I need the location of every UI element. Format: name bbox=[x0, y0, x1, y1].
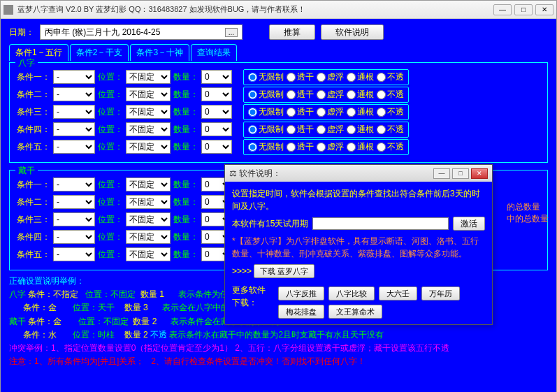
tab-result[interactable]: 查询结果 bbox=[191, 44, 237, 61]
cond-select[interactable]: - bbox=[53, 105, 95, 119]
app-icon bbox=[3, 5, 13, 15]
pos-select[interactable]: 不固定 bbox=[126, 105, 171, 119]
pos-select[interactable]: 不固定 bbox=[126, 247, 171, 261]
cond-select[interactable]: - bbox=[53, 87, 95, 101]
radio-group: 无限制 透干 虚浮 通根 不透 bbox=[243, 139, 409, 155]
tab-cond3[interactable]: 条件3－十神 bbox=[130, 44, 189, 61]
cond-select[interactable]: - bbox=[53, 212, 95, 226]
num-select[interactable]: 0 bbox=[201, 105, 232, 119]
more-btn-3[interactable]: 万年历 bbox=[421, 286, 460, 300]
activation-input[interactable] bbox=[312, 217, 449, 230]
radio-group: 无限制 透干 虚浮 通根 不透 bbox=[243, 69, 409, 85]
radio-3[interactable]: 通根 bbox=[347, 89, 374, 101]
radio-2[interactable]: 虚浮 bbox=[317, 141, 344, 153]
cond-row: 条件一： - 位置： 不固定 数量： 0 无限制 透干 虚浮 通根 不透 bbox=[17, 69, 540, 85]
radio-3[interactable]: 通根 bbox=[347, 141, 374, 153]
titlebar: 蓝梦八字查询 V2.0 BY 蓝梦幻影 QQ：316483827 如发现软件BU… bbox=[1, 1, 556, 19]
more-btn-4[interactable]: 梅花排盘 bbox=[278, 305, 324, 319]
cond-select[interactable]: - bbox=[53, 122, 95, 136]
radio-0[interactable]: 无限制 bbox=[248, 141, 284, 153]
num-select[interactable]: 0 bbox=[201, 70, 232, 84]
pos-select[interactable]: 不固定 bbox=[126, 195, 171, 209]
radio-0[interactable]: 无限制 bbox=[248, 89, 284, 101]
radio-4[interactable]: 不透 bbox=[377, 71, 404, 83]
cond-row: 条件二： - 位置： 不固定 数量： 0 无限制 透干 虚浮 通根 不透 bbox=[17, 87, 540, 102]
radio-1[interactable]: 透干 bbox=[287, 71, 314, 83]
pos-select[interactable]: 不固定 bbox=[126, 212, 171, 226]
cond-row: 条件三： - 位置： 不固定 数量： 0 无限制 透干 虚浮 通根 不透 bbox=[17, 104, 540, 119]
radio-2[interactable]: 虚浮 bbox=[317, 124, 344, 136]
radio-4[interactable]: 不透 bbox=[377, 124, 404, 136]
num-select[interactable]: 0 bbox=[201, 140, 232, 154]
radio-0[interactable]: 无限制 bbox=[248, 106, 284, 118]
more-btn-5[interactable]: 文王算命术 bbox=[328, 305, 382, 319]
radio-2[interactable]: 虚浮 bbox=[317, 106, 344, 118]
help-dialog: ⚖ 软件说明： — □ ✕ 设置指定时间，软件会根据设置的条件查找出符合条件前后… bbox=[224, 164, 493, 325]
date-picker-button[interactable]: ... bbox=[225, 28, 238, 37]
radio-4[interactable]: 不透 bbox=[377, 141, 404, 153]
radio-3[interactable]: 通根 bbox=[347, 71, 374, 83]
radio-1[interactable]: 透干 bbox=[287, 141, 314, 153]
pos-select[interactable]: 不固定 bbox=[126, 140, 171, 154]
tab-cond2[interactable]: 条件2－干支 bbox=[70, 44, 129, 61]
num-select[interactable]: 0 bbox=[201, 122, 232, 136]
dialog-max-button[interactable]: □ bbox=[452, 168, 469, 179]
download-button[interactable]: 下载 蓝罗八字 bbox=[254, 264, 314, 278]
radio-1[interactable]: 透干 bbox=[287, 124, 314, 136]
cond-row: 条件四： - 位置： 不固定 数量： 0 无限制 透干 虚浮 通根 不透 bbox=[17, 122, 540, 137]
calc-button[interactable]: 推算 bbox=[269, 24, 315, 40]
pos-select[interactable]: 不固定 bbox=[126, 230, 171, 244]
pos-select[interactable]: 不固定 bbox=[126, 70, 171, 84]
cond-select[interactable]: - bbox=[53, 195, 95, 209]
cond-select[interactable]: - bbox=[53, 230, 95, 244]
radio-group: 无限制 透干 虚浮 通根 不透 bbox=[243, 104, 409, 120]
radio-0[interactable]: 无限制 bbox=[248, 71, 284, 83]
radio-4[interactable]: 不透 bbox=[377, 89, 404, 101]
radio-1[interactable]: 透干 bbox=[287, 89, 314, 101]
cond-select[interactable]: - bbox=[53, 70, 95, 84]
window-title: 蓝梦八字查询 V2.0 BY 蓝梦幻影 QQ：316483827 如发现软件BU… bbox=[17, 4, 493, 15]
close-button[interactable]: ✕ bbox=[535, 4, 554, 15]
activate-button[interactable]: 激活 bbox=[453, 217, 485, 231]
pos-select[interactable]: 不固定 bbox=[126, 122, 171, 136]
num-select[interactable]: 0 bbox=[201, 87, 232, 101]
radio-3[interactable]: 通根 bbox=[347, 124, 374, 136]
radio-2[interactable]: 虚浮 bbox=[317, 71, 344, 83]
help-button[interactable]: 软件说明 bbox=[321, 24, 384, 40]
cond-select[interactable]: - bbox=[53, 177, 95, 191]
minimize-button[interactable]: — bbox=[493, 4, 512, 15]
radio-0[interactable]: 无限制 bbox=[248, 124, 284, 136]
dialog-title: 软件说明： bbox=[239, 168, 431, 180]
cond-select[interactable]: - bbox=[53, 247, 95, 261]
radio-2[interactable]: 虚浮 bbox=[317, 89, 344, 101]
radio-4[interactable]: 不透 bbox=[377, 106, 404, 118]
dialog-min-button[interactable]: — bbox=[433, 168, 450, 179]
side-text: 的总数量中的总数量 bbox=[507, 201, 549, 225]
radio-group: 无限制 透干 虚浮 通根 不透 bbox=[243, 122, 409, 138]
radio-3[interactable]: 通根 bbox=[347, 106, 374, 118]
date-label: 日期： bbox=[9, 27, 34, 38]
more-btn-0[interactable]: 八字反推 bbox=[278, 286, 324, 300]
maximize-button[interactable]: □ bbox=[514, 4, 533, 15]
group-title: 藏干 bbox=[15, 165, 38, 177]
scale-icon: ⚖ bbox=[229, 168, 237, 178]
radio-1[interactable]: 透干 bbox=[287, 106, 314, 118]
pos-select[interactable]: 不固定 bbox=[126, 87, 171, 101]
more-btn-1[interactable]: 八字比较 bbox=[328, 286, 375, 300]
dialog-close-button[interactable]: ✕ bbox=[471, 168, 488, 179]
more-btn-2[interactable]: 大六壬 bbox=[379, 286, 417, 300]
date-input[interactable]: 丙申年 (猴)三月十九 2016-4-25 ... bbox=[40, 24, 243, 40]
cond-select[interactable]: - bbox=[53, 140, 95, 154]
group-bazi: 八字 条件一： - 位置： 不固定 数量： 0 无限制 透干 虚浮 通根 不透 … bbox=[9, 62, 548, 163]
cond-row: 条件五： - 位置： 不固定 数量： 0 无限制 透干 虚浮 通根 不透 bbox=[17, 139, 540, 154]
group-title: 八字 bbox=[15, 57, 38, 69]
radio-group: 无限制 透干 虚浮 通根 不透 bbox=[243, 87, 409, 103]
pos-select[interactable]: 不固定 bbox=[126, 177, 171, 191]
tabs: 条件1－五行 条件2－干支 条件3－十神 查询结果 bbox=[9, 44, 548, 61]
